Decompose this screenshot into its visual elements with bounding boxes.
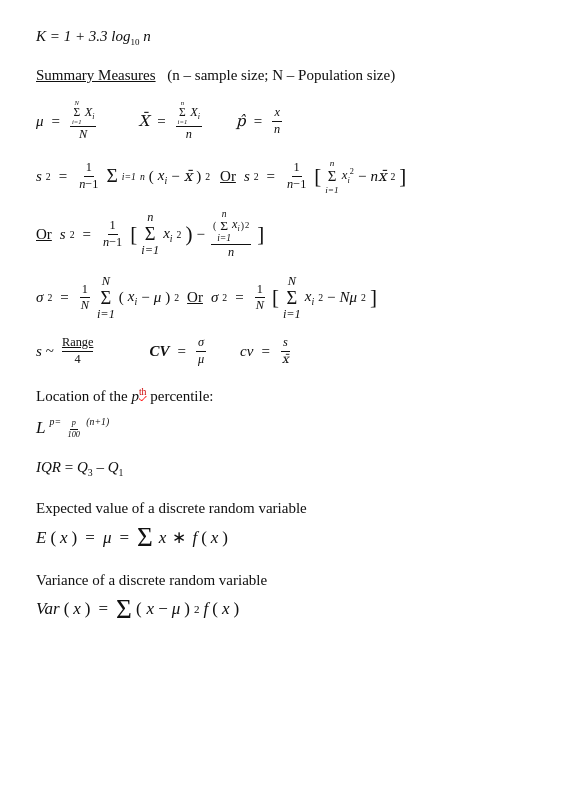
variance-text: Variance of a discrete random variable bbox=[36, 568, 533, 592]
section-title: Summary Measures bbox=[36, 67, 156, 83]
expected-text: Expected value of a discrete random vari… bbox=[36, 496, 533, 520]
variance-formula: Var(x) = Σ (x − μ)2 f(x) bbox=[36, 596, 239, 623]
iqr-formula: IQR = Q3 – Q1 bbox=[36, 455, 533, 481]
section-note: (n – sample size; N – Population size) bbox=[167, 67, 395, 83]
s2-formula-1: s2 = 1 n−1 Σi=1n (xi − x̄)2 bbox=[36, 161, 210, 191]
top-formula: K = 1 + 3.3 log10 n bbox=[36, 24, 533, 49]
phat-formula: p̂ = x n bbox=[236, 106, 284, 136]
cv-lower-formula: cv = s x̄ bbox=[240, 336, 293, 366]
s-range-formula: s~ Range 4 bbox=[36, 336, 97, 366]
s2-formula-3: Or s2 = 1 n−1 [ n Σ i=1 xi2 ) − ( n Σ i=… bbox=[36, 209, 264, 260]
mu-formula: μ = N Σ i=1 Xi N bbox=[36, 100, 98, 141]
sigma2-formula-2: Or σ2 = 1 N [ N Σ i=1 xi2 − Nμ2 ] bbox=[187, 274, 377, 322]
cv-upper-formula: CV = σ μ bbox=[149, 336, 208, 366]
xbar-formula: X̄ = n Σ i=1 Xi n bbox=[138, 100, 204, 141]
percentile-location-text: Location of the pth percentile: bbox=[36, 384, 533, 408]
s2-formula-2: Or s2 = 1 n−1 [ n Σ i=1 xi2 − nx̄2 ] bbox=[220, 158, 406, 195]
sigma2-formula-1: σ2 = 1 N N Σ i=1 (xi − μ)2 bbox=[36, 274, 179, 322]
lp-formula: L p= p 100 (n+1) bbox=[36, 416, 109, 439]
expected-formula: E(x) = μ = Σ x ∗ f(x) bbox=[36, 524, 228, 551]
